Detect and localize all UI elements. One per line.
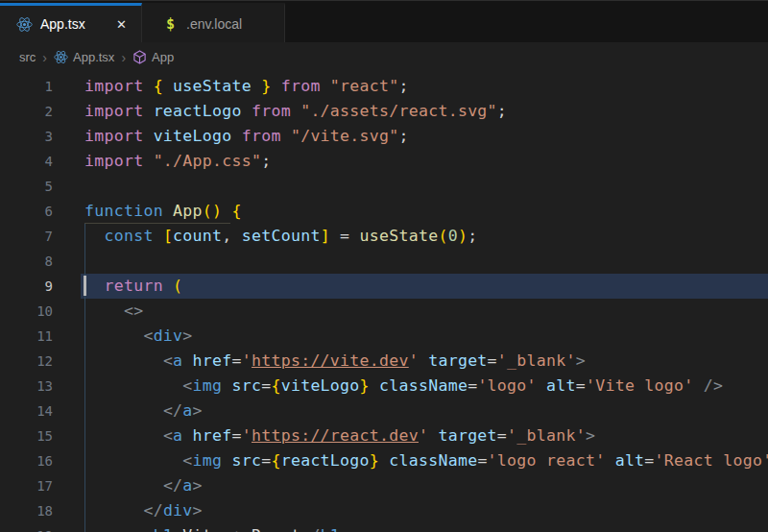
breadcrumb: src › App.tsx ›: [0, 42, 768, 72]
line-number[interactable]: 4: [0, 149, 81, 174]
code-line: 18 </div>: [0, 498, 768, 523]
code-editor[interactable]: 1import { useState } from "react";2impor…: [0, 72, 768, 532]
code-token: [222, 376, 231, 395]
code-token: '_blank': [497, 351, 576, 370]
close-icon[interactable]: ✕: [113, 16, 130, 33]
code-token: h1: [321, 526, 340, 532]
code-token: [84, 326, 143, 345]
code-token: =: [497, 426, 507, 445]
code-token: >: [193, 401, 203, 420]
line-number[interactable]: 11: [0, 324, 81, 349]
code-token: />: [704, 376, 723, 395]
code-token: a: [182, 401, 192, 420]
line-number[interactable]: 7: [0, 224, 81, 249]
code-text: </div>: [81, 498, 768, 523]
breadcrumb-item-app-tsx[interactable]: App.tsx: [54, 50, 114, 64]
code-token: from: [281, 77, 321, 95]
code-token: </: [300, 526, 320, 532]
code-text: import viteLogo from "/vite.svg";: [81, 124, 768, 149]
line-number[interactable]: 17: [0, 473, 81, 498]
breadcrumb-label: src: [19, 50, 36, 64]
code-text: import "./App.css";: [81, 149, 768, 174]
code-token: [163, 202, 173, 220]
code-line: 7 const [count, setCount] = useState(0);: [0, 224, 768, 249]
line-number[interactable]: 6: [0, 199, 81, 224]
code-token: }: [261, 77, 271, 95]
code-token: =: [261, 451, 271, 470]
code-token: "react": [330, 77, 399, 95]
code-token: from: [252, 102, 291, 120]
code-token: target: [438, 426, 496, 445]
code-token: [143, 102, 153, 120]
code-text: return (: [81, 274, 768, 299]
code-token: 0: [448, 227, 458, 245]
code-token: Vite + React: [182, 526, 300, 532]
code-token: [252, 77, 261, 95]
code-token: App: [173, 202, 203, 220]
code-token: <: [143, 326, 153, 345]
code-token: [154, 227, 163, 245]
breadcrumb-label: App: [152, 50, 174, 64]
line-number[interactable]: 3: [0, 124, 81, 149]
code-text: <>: [81, 299, 768, 324]
code-token: {: [271, 451, 280, 470]
code-token: [163, 77, 173, 95]
code-token: useState: [360, 227, 439, 245]
code-token: [84, 451, 182, 470]
code-text: [81, 249, 768, 274]
code-token: div: [154, 326, 183, 345]
code-token: 'logo react': [488, 451, 606, 470]
code-token: ]: [321, 227, 330, 245]
line-number[interactable]: 8: [0, 249, 81, 274]
code-token: [291, 102, 300, 120]
line-number[interactable]: 13: [0, 374, 81, 399]
line-number[interactable]: 14: [0, 399, 81, 423]
symbol-module-icon: [132, 50, 147, 64]
code-token: [281, 127, 291, 145]
code-line: 2import reactLogo from "./assets/react.s…: [0, 99, 768, 124]
line-number[interactable]: 2: [0, 99, 81, 124]
code-token: >: [182, 326, 192, 345]
line-number[interactable]: 5: [0, 174, 81, 199]
code-text: <a href='https://react.dev' target='_bla…: [81, 423, 768, 448]
line-number[interactable]: 15: [0, 423, 81, 448]
code-token: [428, 426, 438, 445]
code-token: [: [163, 227, 173, 245]
code-token: [84, 227, 104, 245]
line-number[interactable]: 12: [0, 349, 81, 374]
code-text: <img src={viteLogo} className='logo' alt…: [81, 374, 768, 399]
code-token: function: [84, 202, 163, 220]
line-number[interactable]: 18: [0, 498, 81, 523]
code-line: 13 <img src={viteLogo} className='logo' …: [0, 374, 768, 399]
code-text: <div>: [81, 324, 768, 349]
code-token: [163, 277, 173, 295]
tab-env-local[interactable]: $ .env.local: [142, 3, 285, 42]
chevron-right-icon: ›: [121, 50, 126, 65]
line-number[interactable]: 19: [0, 523, 81, 532]
line-number[interactable]: 1: [0, 74, 81, 99]
code-token: import: [84, 152, 143, 170]
code-token: a: [173, 351, 182, 370]
line-number[interactable]: 9: [0, 274, 81, 299]
code-token: [84, 351, 163, 370]
code-token: =: [576, 376, 586, 395]
code-token: {: [271, 376, 280, 395]
breadcrumb-item-app-symbol[interactable]: App: [132, 50, 174, 64]
tab-app-tsx[interactable]: App.tsx ✕: [0, 3, 142, 42]
code-token: https://vite.dev: [252, 351, 409, 370]
code-line: 16 <img src={reactLogo} className='logo …: [0, 448, 768, 473]
code-text: const [count, setCount] = useState(0);: [81, 224, 768, 249]
breadcrumb-item-src[interactable]: src: [19, 50, 36, 64]
line-number[interactable]: 16: [0, 448, 81, 473]
code-token: </: [163, 476, 182, 495]
line-number[interactable]: 10: [0, 299, 81, 324]
code-token: [379, 451, 389, 470]
code-token: '_blank': [507, 426, 586, 445]
code-token: [232, 127, 242, 145]
code-line: 12 <a href='https://vite.dev' target='_b…: [0, 349, 768, 374]
chevron-right-icon: ›: [42, 50, 47, 65]
code-token: =: [468, 376, 477, 395]
code-token: "./App.css": [154, 152, 262, 170]
code-token: }: [360, 376, 370, 395]
code-token: alt: [546, 376, 576, 395]
